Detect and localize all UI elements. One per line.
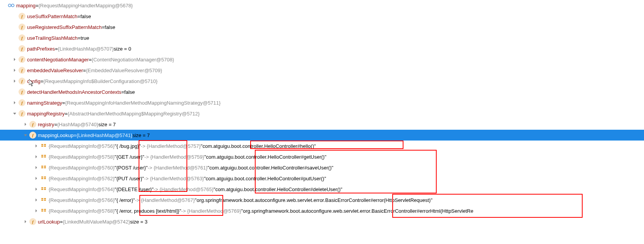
map-value: "com.atguigu.boot.controller.HelloContro… [204,176,326,181]
tree-row[interactable]: fuseRegisteredSuffixPatternMatch = false [0,22,644,32]
variable-value: size = 7 [98,122,116,127]
svg-rect-10 [44,156,46,158]
svg-point-1 [12,4,14,7]
variable-name: urlLookup [38,219,60,225]
map-arrow: -> {HandlerMethod@5769} [181,208,241,214]
object-type: {RequestMappingInfo@5762} [49,176,115,181]
svg-rect-26 [44,200,46,201]
map-arrow: -> {HandlerMethod@5767} [135,197,195,203]
tree-row[interactable]: {RequestMappingInfo@5760} "{POST /user}"… [0,162,644,173]
object-type: {RequestMappingInfo@5760} [49,165,115,171]
tree-row[interactable]: fdetectHandlerMethodsInAncestorContexts … [0,86,644,97]
tree-row[interactable]: mapping = {RequestMappingHandlerMapping@… [0,0,644,11]
object-type: {RequestMappingInfo@5764} [49,186,115,192]
svg-rect-5 [44,144,46,145]
svg-rect-19 [41,187,43,188]
tree-row[interactable]: fmappingRegistry = {AbstractHandlerMetho… [0,108,644,119]
field-icon: f [29,132,36,139]
tree-row[interactable]: {RequestMappingInfo@5764} "{DELETE /user… [0,184,644,195]
variable-name: mappingLookup [38,132,74,138]
expand-icon[interactable] [32,188,40,191]
variable-name: useSuffixPatternMatch [27,14,78,19]
map-entry-icon [40,207,47,214]
collapse-icon[interactable] [11,112,19,115]
svg-rect-29 [44,209,46,210]
tree-row[interactable]: fmappingLookup = {LinkedHashMap@5741} si… [0,130,644,141]
svg-rect-9 [44,155,46,156]
expand-icon[interactable] [32,198,40,202]
expand-icon[interactable] [22,123,29,126]
map-entry-icon [40,175,47,182]
variable-value: false [124,89,135,95]
equals-sign: = [55,46,58,52]
variable-value: "{ /bug.jpg}" [115,143,141,149]
svg-rect-21 [44,187,46,188]
object-type: {RequestMappingInfo@5758} [49,154,115,160]
expand-icon[interactable] [11,69,19,72]
tree-row[interactable]: {RequestMappingInfo@5758} "{GET /user}" … [0,151,644,162]
expand-icon[interactable] [11,101,19,104]
map-entry-icon [40,153,47,160]
tree-row[interactable]: fuseSuffixPatternMatch = false [0,11,644,22]
svg-rect-27 [41,209,43,210]
field-icon: f [19,13,25,20]
expand-icon[interactable] [11,58,19,61]
variable-value: size = 3 [130,219,147,225]
svg-rect-23 [41,198,43,199]
tree-row[interactable]: fpathPrefixes = {LinkedHashMap@5707} siz… [0,43,644,54]
expand-icon[interactable] [11,80,19,83]
svg-rect-25 [44,198,46,199]
object-type: {HashMap@5740} [57,122,98,127]
variable-name: namingStrategy [27,100,62,106]
equals-sign: = [65,111,68,117]
tree-row[interactable]: fnamingStrategy = {RequestMappingInfoHan… [0,97,644,108]
field-icon: f [19,56,25,63]
svg-rect-4 [41,146,43,147]
equals-sign: = [62,100,65,106]
tree-row[interactable]: fuseTrailingSlashMatch = true [0,32,644,43]
glasses-icon [8,2,15,9]
svg-rect-22 [44,189,46,190]
svg-rect-16 [41,178,43,179]
svg-rect-17 [44,176,46,178]
collapse-icon[interactable] [22,134,29,137]
map-entry-icon [40,197,47,203]
tree-row[interactable]: {RequestMappingInfo@5768} "{ /error, pro… [0,205,644,216]
equals-sign: = [83,68,86,73]
map-arrow: -> {HandlerMethod@5757} [141,143,201,149]
tree-row[interactable]: {RequestMappingInfo@5766} "{ /error}" ->… [0,195,644,205]
object-type: {RequestMappingInfoHandlerMethodMappingN… [65,100,221,106]
tree-row[interactable]: furlLookup = {LinkedMultiValueMap@5742} … [0,216,644,227]
variable-value: "{PUT /user}" [115,176,144,181]
expand-icon[interactable] [32,209,40,212]
expand-icon[interactable] [32,144,40,147]
svg-rect-7 [41,155,43,156]
map-entry-icon [40,186,47,193]
svg-rect-24 [41,200,43,201]
object-type: {RequestMappingHandlerMapping@5678} [38,3,132,8]
object-type: {LinkedHashMap@5741} [76,132,132,138]
map-value: "org.springframework.boot.autoconfigure.… [241,208,473,214]
tree-row[interactable]: {RequestMappingInfo@5756} "{ /bug.jpg}" … [0,141,644,151]
variable-value: size = 0 [114,46,131,52]
debug-variables-tree[interactable]: mapping = {RequestMappingHandlerMapping@… [0,0,644,227]
field-icon: f [19,24,25,30]
tree-row[interactable]: fembeddedValueResolver = {EmbeddedValueR… [0,65,644,76]
field-icon: f [19,67,25,74]
expand-icon[interactable] [32,177,40,180]
svg-rect-8 [41,156,43,158]
tree-row[interactable]: fcontentNegotiationManager = {ContentNeg… [0,54,644,65]
tree-row[interactable]: fconfig = {RequestMappingInfo$BuilderCon… [0,76,644,86]
svg-rect-6 [44,146,46,147]
expand-icon[interactable] [22,220,29,223]
map-arrow: -> {HandlerMethod@5763} [144,176,204,181]
tree-row[interactable]: {RequestMappingInfo@5762} "{PUT /user}" … [0,173,644,184]
field-icon: f [29,121,36,128]
svg-rect-11 [41,166,43,167]
svg-rect-30 [44,210,46,212]
tree-row[interactable]: fregistry = {HashMap@5740} size = 7 [0,119,644,130]
equals-sign: = [78,35,81,41]
expand-icon[interactable] [32,155,40,158]
svg-rect-12 [41,167,43,168]
expand-icon[interactable] [32,166,40,169]
